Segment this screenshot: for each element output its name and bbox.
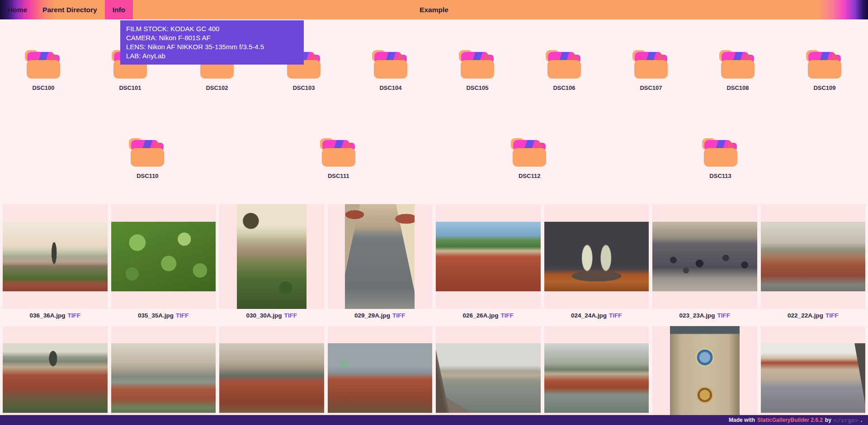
photo-thumbnail[interactable] — [237, 204, 307, 309]
photo-caption: 035_35A.jpg TIFF — [111, 309, 216, 322]
photo-card — [219, 326, 324, 425]
folder-icon — [718, 47, 758, 80]
photo-caption: 022_22A.jpg TIFF — [761, 309, 866, 322]
tiff-link[interactable]: TIFF — [609, 312, 622, 319]
photo-cell — [436, 326, 541, 425]
tooltip-line-film-stock: FILM STOCK: KODAK GC 400 — [126, 24, 298, 33]
folder-label: DSC101 — [119, 84, 141, 91]
photo-filename: 024_24A.jpg — [571, 312, 607, 319]
photo-thumbnail[interactable] — [328, 343, 433, 413]
photo-thumbnail[interactable] — [544, 222, 649, 291]
photo-thumbnail[interactable] — [111, 343, 216, 413]
builder-link[interactable]: StaticGalleryBuilder 2.6.2 — [757, 417, 823, 423]
tiff-link[interactable]: TIFF — [284, 312, 297, 319]
photo-card — [328, 326, 433, 425]
folder-icon — [544, 47, 584, 80]
photo-card — [3, 204, 108, 309]
photo-grid: 036_36A.jpg TIFF 035_35A.jpg TIFF 030_30… — [0, 204, 868, 425]
photo-cell: 024_24A.jpg TIFF — [544, 204, 649, 322]
photo-cell: 035_35A.jpg TIFF — [111, 204, 216, 322]
photo-thumbnail[interactable] — [345, 204, 415, 309]
folder-icon — [371, 47, 410, 80]
folder-icon — [458, 47, 497, 80]
photo-card — [3, 326, 108, 425]
folder-item-dsc104[interactable]: DSC104 — [347, 47, 434, 93]
photo-caption: 026_26A.jpg TIFF — [436, 309, 541, 322]
folder-item-dsc111[interactable]: DSC111 — [295, 135, 382, 181]
photo-filename: 022_22A.jpg — [788, 312, 823, 319]
photo-card — [652, 204, 757, 309]
photo-cell — [3, 326, 108, 425]
photo-cell — [328, 326, 433, 425]
photo-card — [761, 204, 866, 309]
folder-label: DSC104 — [379, 84, 401, 91]
nav-link-home[interactable]: Home — [0, 0, 35, 19]
photo-cell: 030_30A.jpg TIFF — [219, 204, 324, 322]
folder-item-dsc105[interactable]: DSC105 — [434, 47, 521, 93]
srgn-logo[interactable]: </srgn> — [834, 417, 859, 424]
tiff-link[interactable]: TIFF — [826, 312, 839, 319]
folder-label: DSC113 — [709, 173, 731, 179]
photo-thumbnail[interactable] — [3, 222, 108, 291]
photo-thumbnail[interactable] — [652, 222, 757, 291]
nav-tab-info[interactable]: Info — [105, 0, 133, 19]
folder-item-dsc112[interactable]: DSC112 — [486, 135, 573, 181]
photo-filename: 035_35A.jpg — [138, 312, 174, 319]
photo-cell: 022_22A.jpg TIFF — [761, 204, 866, 322]
folder-item-dsc110[interactable]: DSC110 — [104, 135, 191, 181]
tiff-link[interactable]: TIFF — [67, 312, 80, 319]
photo-thumbnail[interactable] — [670, 326, 740, 425]
photo-thumbnail[interactable] — [436, 222, 541, 291]
nav-link-parent-directory[interactable]: Parent Directory — [35, 0, 105, 19]
photo-cell — [219, 326, 324, 425]
photo-cell — [544, 326, 649, 425]
photo-card — [436, 326, 541, 425]
photo-filename: 030_30A.jpg — [246, 312, 282, 319]
folder-icon — [631, 47, 671, 80]
top-nav: Home Parent Directory Info Example — [0, 0, 868, 19]
photo-thumbnail[interactable] — [111, 222, 216, 291]
folder-item-dsc109[interactable]: DSC109 — [781, 47, 868, 93]
tiff-link[interactable]: TIFF — [392, 312, 406, 319]
folder-item-dsc108[interactable]: DSC108 — [694, 47, 781, 93]
photo-thumbnail[interactable] — [436, 343, 541, 413]
photo-filename: 029_29A.jpg — [354, 312, 390, 319]
photo-caption: 029_29A.jpg TIFF — [328, 309, 433, 322]
photo-card — [761, 326, 866, 425]
photo-cell — [652, 326, 757, 425]
photo-thumbnail[interactable] — [219, 343, 324, 413]
photo-cell: 023_23A.jpg TIFF — [652, 204, 757, 322]
folder-label: DSC110 — [137, 173, 158, 179]
tooltip-line-lens: LENS: Nikon AF NIKKOR 35-135mm f/3.5-4.5 — [126, 42, 298, 51]
info-tooltip: FILM STOCK: KODAK GC 400 CAMERA: Nikon F… — [120, 20, 304, 65]
photo-caption: 030_30A.jpg TIFF — [219, 309, 324, 322]
folder-label: DSC107 — [640, 84, 662, 91]
folder-label: DSC105 — [466, 84, 488, 91]
footer: Made with StaticGalleryBuilder 2.6.2 by … — [0, 415, 868, 425]
photo-thumbnail[interactable] — [761, 343, 866, 413]
folder-label: DSC106 — [553, 84, 575, 91]
photo-thumbnail[interactable] — [3, 343, 108, 413]
folder-icon — [319, 135, 359, 168]
folder-label: DSC111 — [328, 173, 349, 179]
tiff-link[interactable]: TIFF — [176, 312, 189, 319]
tiff-link[interactable]: TIFF — [717, 312, 730, 319]
photo-caption: 023_23A.jpg TIFF — [652, 309, 757, 322]
folder-label: DSC109 — [813, 84, 835, 91]
folder-label: DSC103 — [292, 84, 315, 91]
folder-item-dsc106[interactable]: DSC106 — [521, 47, 608, 93]
tiff-link[interactable]: TIFF — [500, 312, 514, 319]
photo-thumbnail[interactable] — [761, 222, 866, 291]
photo-card — [328, 204, 433, 309]
folder-item-dsc100[interactable]: DSC100 — [0, 47, 87, 93]
folder-icon — [24, 47, 63, 80]
folder-icon — [805, 47, 844, 80]
photo-cell: 026_26A.jpg TIFF — [436, 204, 541, 322]
photo-card — [436, 204, 541, 309]
photo-card — [111, 326, 216, 425]
folder-item-dsc113[interactable]: DSC113 — [677, 135, 764, 181]
folder-item-dsc107[interactable]: DSC107 — [608, 47, 694, 93]
photo-filename: 023_23A.jpg — [679, 312, 715, 319]
photo-cell: 029_29A.jpg TIFF — [328, 204, 433, 322]
photo-thumbnail[interactable] — [544, 343, 649, 413]
